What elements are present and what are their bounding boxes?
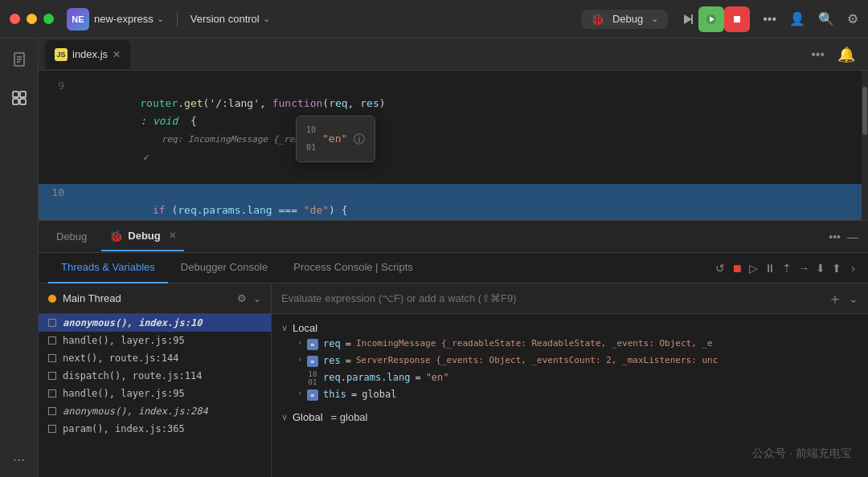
run-to-cursor-button[interactable] [676, 8, 698, 31]
search-icon[interactable]: 🔍 [818, 11, 834, 26]
run-to-cursor-toolbar-icon[interactable]: ⬆ [832, 262, 841, 275]
code-editor[interactable]: 9 router.get('/:lang', function(req, res… [39, 71, 868, 220]
var-expand-icon[interactable]: › [297, 338, 302, 347]
version-control-button[interactable]: Version control ⌄ [190, 13, 270, 25]
thread-item[interactable]: anonymous(), index.js:284 [39, 402, 271, 420]
svg-rect-11 [13, 99, 18, 104]
var-section-chevron-icon: ∨ [281, 323, 288, 333]
subtab-threads-variables[interactable]: Threads & Variables [48, 253, 168, 283]
thread-status-dot [48, 295, 56, 303]
resume-icon[interactable]: ▷ [749, 262, 758, 275]
step-over-icon[interactable]: ⇡ [782, 262, 792, 275]
titlebar-divider [177, 12, 178, 26]
debug-panel: Debug 🐞 Debug ✕ ••• — Threads & Variable… [39, 220, 868, 477]
var-item-res[interactable]: › ≡ res = ServerResponse {_events: Objec… [281, 353, 858, 369]
pause-icon[interactable]: ⏸ [764, 262, 776, 275]
debug-tab-active[interactable]: 🐞 Debug ✕ [101, 222, 183, 251]
svg-rect-4 [734, 16, 740, 22]
close-window-button[interactable] [10, 14, 20, 24]
code-line-10: 10 if (req.params.lang === "de") { req.p… [39, 184, 868, 220]
debug-stop-button[interactable] [724, 6, 750, 32]
var-item-req[interactable]: › ≡ req = IncomingMessage {_readableStat… [281, 336, 858, 353]
tooltip-info-icon[interactable]: ⓘ [354, 130, 365, 148]
var-str-icon: 1001 [307, 373, 318, 384]
debug-config[interactable]: 🐞 Debug ⌄ [581, 10, 668, 29]
variables-input-bar: ＋ ⌄ [272, 283, 868, 314]
thread-square-icon [48, 336, 56, 344]
debug-chevron-icon: ⌄ [651, 14, 658, 24]
var-section-global: ∨ Global = global [272, 406, 868, 428]
threads-filter-icon[interactable]: ⚙ [237, 292, 247, 304]
step-out-icon[interactable]: ⬇ [816, 262, 825, 275]
debug-toolbar: ↺ ⏹ ▷ ⏸ ⇡ → ⬇ ⬆ › [715, 262, 858, 275]
debug-subtabs: Threads & Variables Debugger Console Pro… [39, 253, 868, 283]
var-section-local: ∨ Local › ≡ req = IncomingMessage {_read… [272, 317, 868, 406]
debug-tab-more-icon[interactable]: ••• [829, 230, 841, 243]
settings-icon[interactable]: ⚙ [847, 11, 858, 26]
thread-square-icon [48, 389, 56, 398]
threads-header: Main Thread ⚙ ⌄ [39, 283, 271, 314]
code-scrollbar[interactable] [862, 71, 868, 220]
sidebar-files-icon[interactable] [8, 48, 31, 71]
thread-item[interactable]: dispatch(), route.js:114 [39, 367, 271, 385]
js-file-icon: JS [55, 48, 68, 61]
var-expand-icon[interactable]: › [297, 355, 302, 364]
debug-tab-label-plain[interactable]: Debug [48, 222, 95, 251]
debug-run-button[interactable] [698, 6, 724, 32]
thread-item[interactable]: param(), index.js:365 [39, 420, 271, 438]
step-into-icon[interactable]: → [798, 262, 809, 275]
tab-close-button[interactable]: ✕ [113, 49, 121, 60]
var-section-local-header[interactable]: ∨ Local [281, 320, 858, 336]
sidebar-structure-icon[interactable] [8, 87, 31, 109]
app-icon: NE [67, 8, 89, 31]
rerun-icon[interactable]: ↺ [715, 262, 725, 275]
sidebar-more-icon[interactable]: ··· [8, 448, 31, 471]
thread-item[interactable]: anonymous(), index.js:10 [39, 314, 271, 332]
debug-tab-actions: ••• — [829, 230, 858, 243]
thread-list: anonymous(), index.js:10 handle(), layer… [39, 314, 271, 477]
debug-config-icon: 🐞 [591, 13, 604, 26]
titlebar: NE new-express ⌄ Version control ⌄ 🐞 Deb… [0, 0, 868, 39]
var-expand-icon[interactable]: › [297, 389, 302, 398]
variables-chevron-icon[interactable]: ⌄ [849, 292, 858, 305]
add-watch-icon[interactable]: ＋ [828, 289, 842, 308]
more-actions-icon[interactable]: ••• [763, 12, 776, 26]
var-section-chevron-icon: ∨ [281, 412, 288, 422]
tab-bar: JS index.js ✕ ••• 🔔 [39, 39, 868, 71]
threads-chevron-icon[interactable]: ⌄ [253, 293, 261, 304]
add-user-icon[interactable]: 👤 [789, 11, 805, 26]
code-tooltip: 1001 "en" ⓘ [296, 116, 375, 162]
notifications-icon[interactable]: 🔔 [831, 46, 862, 63]
more-debug-icon[interactable]: › [851, 262, 855, 275]
thread-square-icon [48, 354, 56, 362]
thread-item[interactable]: handle(), layer.js:95 [39, 385, 271, 402]
thread-square-icon [48, 372, 56, 380]
var-obj-icon: ≡ [307, 389, 318, 401]
subtab-debugger-console[interactable]: Debugger Console [168, 253, 280, 283]
var-item-this[interactable]: › ≡ this = global [281, 386, 858, 403]
thread-item[interactable]: handle(), layer.js:95 [39, 332, 271, 349]
evaluate-expression-input[interactable] [281, 292, 821, 304]
threads-panel: Main Thread ⚙ ⌄ anonymous(), index.js:10… [39, 283, 272, 477]
file-tab-index-js[interactable]: JS index.js ✕ [45, 40, 130, 69]
debug-tab-collapse-icon[interactable]: — [847, 230, 858, 243]
thread-item[interactable]: next(), route.js:144 [39, 349, 271, 367]
debug-tab-close-button[interactable]: ✕ [169, 230, 176, 241]
stop-debug-icon[interactable]: ⏹ [731, 262, 743, 275]
sidebar-icons: ··· [0, 39, 39, 477]
thread-square-icon [48, 425, 56, 433]
maximize-window-button[interactable] [43, 14, 54, 24]
svg-marker-0 [684, 14, 692, 24]
var-obj-icon: ≡ [307, 339, 318, 350]
minimize-window-button[interactable] [27, 14, 37, 24]
code-scrollbar-thumb[interactable] [862, 87, 867, 135]
code-line-9: 9 router.get('/:lang', function(req, res… [39, 77, 868, 184]
threads-header-text: Main Thread [63, 292, 231, 304]
var-item-req-params-lang: › 1001 req.params.lang = "en" [281, 369, 858, 386]
var-section-global-header[interactable]: ∨ Global = global [281, 410, 858, 425]
run-to-cursor-icon [680, 12, 694, 26]
debug-content: Main Thread ⚙ ⌄ anonymous(), index.js:10… [39, 283, 868, 477]
project-name[interactable]: new-express ⌄ [94, 13, 164, 25]
tab-more-button[interactable]: ••• [805, 47, 831, 62]
subtab-process-console[interactable]: Process Console | Scripts [280, 253, 426, 283]
